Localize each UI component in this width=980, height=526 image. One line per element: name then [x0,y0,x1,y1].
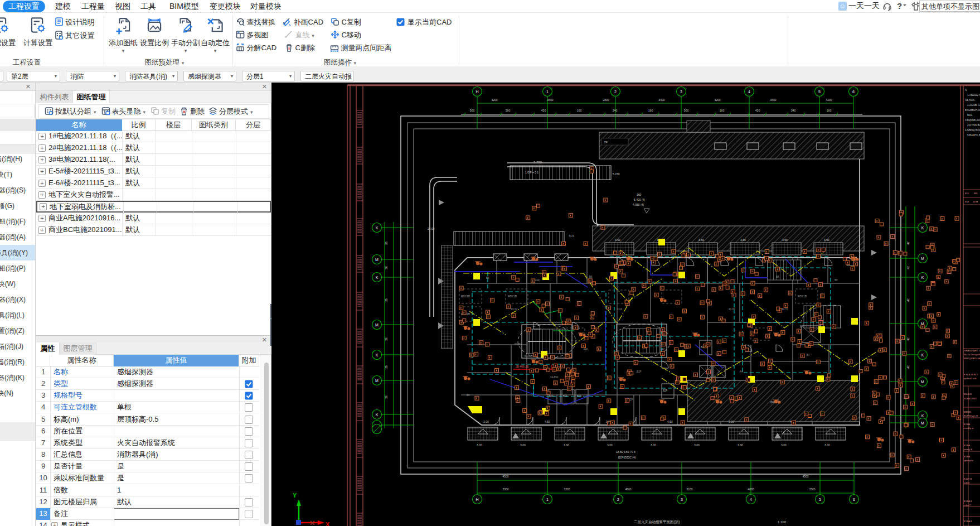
svg-text:B2F: B2F [663,389,668,392]
svg-text:2.700: 2.700 [533,161,542,164]
svg-text:B B A: B B A [964,423,970,426]
svg-text:K: K [376,226,379,230]
svg-text:B B A B: B B A B [964,520,972,523]
svg-text:500: 500 [684,109,689,112]
svg-text:B8: B8 [776,276,779,278]
svg-text:BNJDK: BNJDK [964,393,972,395]
svg-text:5.150: 5.150 [613,172,620,176]
svg-text:BVPWnqC B: BVPWnqC B [964,414,978,417]
svg-text:500: 500 [470,109,475,112]
svg-text:3: 3 [681,498,683,501]
svg-text:4.50: 4.50 [545,420,550,423]
svg-text:3.50: 3.50 [740,238,746,242]
svg-text:M: M [921,421,924,425]
svg-text:3.50: 3.50 [824,238,829,242]
svg-text:4: 4 [748,90,750,94]
svg-text:3.00: 3.00 [651,443,656,447]
svg-text:43.06: 43.06 [729,308,735,311]
svg-text:KDBB WNT: KDBB WNT [964,397,977,400]
svg-text:36: 36 [385,365,388,369]
svg-text:qbbnyrw: qbbnyrw [964,459,973,462]
svg-text:B6: B6 [835,279,838,282]
svg-text:3.00: 3.00 [483,420,489,423]
svg-text:5: 5 [818,90,821,94]
svg-text:K: K [921,276,924,279]
svg-text:AB,NOK-: AB,NOK- [965,99,976,102]
svg-text:6: 6 [853,498,855,501]
svg-text:B K: B K [965,192,969,195]
svg-text:M: M [921,380,924,384]
svg-text:4000: 4000 [625,488,631,491]
svg-text:3.00: 3.00 [781,443,787,447]
svg-text:4200: 4200 [491,98,497,102]
svg-text:5100: 5100 [686,488,692,491]
svg-text:1DM.: 1DM. [973,200,979,203]
svg-text:B1F6550C (4): B1F6550C (4) [618,456,636,459]
svg-text:2.2022B. 12A. B.: 2.2022B. 12A. B. [967,104,980,107]
svg-text:K: K [921,414,924,418]
svg-text:1: 1 [546,498,549,501]
svg-text:K: K [921,353,924,357]
svg-text:JB 460-JB: JB 460-JB [516,365,529,368]
svg-text:B A T B: B A T B [964,477,972,480]
svg-text:420: 420 [755,109,760,112]
svg-text:B B A: B B A [964,444,970,447]
svg-text:2800: 2800 [603,98,609,102]
svg-text:X: X [326,521,330,526]
svg-text:4200: 4200 [714,98,720,102]
svg-text:6F: 6F [770,400,774,404]
svg-text:340: 340 [613,109,618,112]
svg-text:36: 36 [385,266,388,269]
svg-text:36: 36 [385,298,388,302]
svg-text:3.00: 3.00 [694,443,700,447]
svg-text:3.00: 3.00 [607,443,613,447]
svg-text:wdmt: wdmt [964,481,970,484]
svg-text:42: 42 [906,337,910,341]
svg-text:3.00: 3.00 [477,443,482,447]
svg-text:71 0: 71 0 [569,234,574,238]
svg-text:4: 4 [750,498,752,501]
svg-text:B B A B: B B A B [964,500,972,503]
svg-text:4.50: 4.50 [667,420,673,423]
svg-text:340: 340 [791,109,796,112]
svg-text:160: 160 [577,109,582,112]
svg-text:BN: BN [974,192,977,195]
svg-text:micai: micai [515,342,521,345]
svg-text:M: M [921,257,924,260]
svg-text:BK: BK [467,394,470,397]
svg-text:B4: B4 [807,354,810,356]
svg-text:N: N [965,89,967,91]
svg-text:B A: B A [965,200,969,203]
svg-text:2: 2 [614,90,617,94]
svg-text:mmbly w: mmbly w [964,427,974,430]
svg-text:36: 36 [385,395,388,399]
svg-text:3.00: 3.00 [564,443,569,447]
svg-text:420: 420 [541,109,546,112]
svg-text:5: 5 [819,498,821,501]
svg-text:5.400 (4): 5.400 (4) [634,198,645,201]
svg-text:#1.02: #1.02 [511,308,518,311]
svg-text:36: 36 [385,337,388,341]
svg-text:BuiJn DesignGp: BuiJn DesignGp [964,353,980,356]
svg-text:1 0 F + 0 1: 1 0 F + 0 1 [525,171,538,174]
svg-text:3.50: 3.50 [698,238,704,242]
svg-text:1.AB2022-N,RD,LM: 1.AB2022-N,RD,LM [967,94,980,96]
svg-text:2: 2 [617,498,619,501]
svg-text:B2F: B2F [637,370,642,373]
svg-text:MAL: MAL [967,114,973,117]
svg-text:Y: Y [293,492,297,499]
svg-text:4000: 4000 [748,488,754,491]
svg-text:RD21B: RD21B [461,295,470,298]
svg-text:3.00: 3.00 [738,443,743,447]
svg-text:3.50: 3.50 [782,238,788,242]
svg-text:1:100: 1:100 [778,520,787,524]
svg-text:18.50 3.60 70 8: 18.50 3.60 70 8 [616,450,635,453]
svg-text:RD21B: RD21B [798,295,807,298]
svg-text:2.16: 2.16 [617,308,622,311]
svg-text:3.50: 3.50 [615,238,620,242]
svg-text:3.BqNNB,AAVBJTB: 3.BqNNB,AAVBJTB [965,119,980,122]
svg-text:mbat?: mbat? [964,504,971,506]
svg-text:H: H [476,90,478,94]
svg-text:T81/B8: T81/B8 [523,355,532,358]
svg-text:RD21B: RD21B [508,295,517,298]
